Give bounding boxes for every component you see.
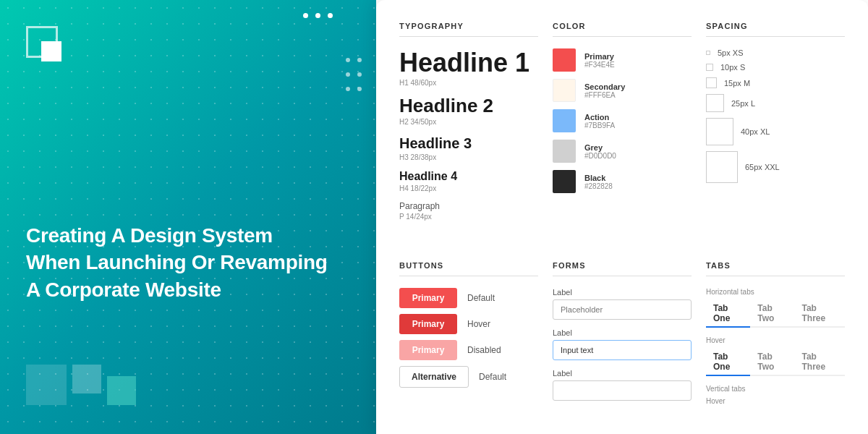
btn-label-hover: Hover — [467, 319, 490, 329]
spacing-box-xs — [706, 51, 710, 55]
spacing-label-xs: 5px XS — [718, 48, 743, 57]
tab-three-hover[interactable]: Tab Three — [794, 349, 845, 375]
hero-text: Creating A Design System When Launching … — [26, 222, 350, 304]
form-label-1: Label — [553, 288, 692, 297]
bottom-grid: BUTTONS Primary Default Primary Hover Pr… — [399, 261, 845, 409]
top-dot-2 — [315, 13, 320, 18]
type-h4-sub: H4 18/22px — [399, 184, 538, 192]
btn-alternative-default[interactable]: Alternative — [399, 366, 469, 388]
tabs-hover-label: Hover — [706, 336, 845, 344]
spacing-xl: 40px XL — [706, 118, 845, 145]
spacing-s: 10px S — [706, 63, 845, 72]
spacing-l: 25px L — [706, 94, 845, 112]
color-header: COLOR — [553, 22, 692, 37]
color-swatch-secondary — [553, 79, 576, 102]
color-primary: Primary #F34E4E — [553, 48, 692, 72]
forms-header: FORMS — [553, 261, 692, 276]
type-h4-item: Headline 4 H4 18/22px — [399, 170, 538, 192]
btn-primary-disabled[interactable]: Primary — [399, 340, 457, 360]
type-h1-item: Headline 1 H1 48/60px — [399, 48, 538, 87]
btn-row-hover: Primary Hover — [399, 314, 538, 334]
spacing-box-l — [706, 94, 724, 112]
form-label-2: Label — [553, 328, 692, 337]
tabs-horizontal-label: Horizontal tabs — [706, 288, 845, 296]
color-secondary: Secondary #FFF6EA — [553, 79, 692, 102]
tab-one-hover-active[interactable]: Tab One — [706, 349, 750, 376]
top-grid: TYPOGRAPHY Headline 1 H1 48/60px Headlin… — [399, 22, 845, 229]
btn-label-default: Default — [467, 293, 495, 303]
spacing-box-m — [706, 77, 717, 88]
spacing-label-xxl: 65px XXL — [745, 163, 780, 171]
color-section: COLOR Primary #F34E4E Secondary #FFF6EA — [553, 22, 692, 229]
type-h3-text: Headline 3 — [399, 135, 538, 152]
color-info-black: Black #282828 — [584, 174, 613, 190]
tab-vertical-area: Hover — [706, 397, 845, 405]
btn-row-alt: Alternative Default — [399, 366, 538, 388]
color-swatch-grey — [553, 140, 576, 163]
forms-section: FORMS Label Label Label — [553, 261, 692, 409]
tabs-vertical-hover: Hover — [706, 397, 726, 405]
tab-one-active[interactable]: Tab One — [706, 300, 750, 328]
type-h1-sub: H1 48/60px — [399, 79, 538, 87]
btn-row-default: Primary Default — [399, 288, 538, 308]
type-h2-sub: H2 34/50px — [399, 118, 538, 126]
type-p-sub: P 14/24px — [399, 213, 538, 221]
type-h2-item: Headline 2 H2 34/50px — [399, 95, 538, 127]
color-info-grey: Grey #D0D0D0 — [584, 143, 616, 160]
tab-two[interactable]: Tab Two — [750, 300, 794, 326]
color-swatch-black — [553, 170, 576, 193]
spacing-label-l: 25px L — [731, 99, 755, 108]
side-dots — [346, 58, 362, 91]
btn-primary-default[interactable]: Primary — [399, 288, 457, 308]
color-grey: Grey #D0D0D0 — [553, 140, 692, 163]
spacing-xxl: 65px XXL — [706, 151, 845, 183]
spacing-box-s — [706, 64, 713, 71]
logo-inner-square — [41, 41, 61, 61]
btn-primary-hover[interactable]: Primary — [399, 314, 457, 334]
spacing-label-xl: 40px XL — [741, 127, 770, 136]
top-dots — [303, 13, 333, 18]
spacing-label-s: 10px S — [720, 63, 745, 72]
form-label-3: Label — [553, 369, 692, 378]
top-dot-1 — [303, 13, 308, 18]
spacing-box-xl — [706, 118, 733, 145]
logo-outer-square — [26, 26, 58, 58]
form-item-placeholder: Label — [553, 288, 692, 320]
form-item-filled: Label — [553, 328, 692, 360]
spacing-xs: 5px XS — [706, 48, 845, 57]
typography-header: TYPOGRAPHY — [399, 22, 538, 37]
tab-row-hover: Tab One Tab Two Tab Three — [706, 349, 845, 376]
color-info-action: Action #7BB9FA — [584, 113, 615, 129]
tab-two-hover[interactable]: Tab Two — [750, 349, 794, 375]
type-p-item: Paragraph P 14/24px — [399, 201, 538, 221]
tabs-vertical-label: Vertical tabs — [706, 385, 845, 393]
color-action: Action #7BB9FA — [553, 109, 692, 132]
tabs-header: TABS — [706, 261, 845, 276]
typography-section: TYPOGRAPHY Headline 1 H1 48/60px Headlin… — [399, 22, 538, 229]
form-input-filled[interactable] — [553, 340, 692, 360]
deco-square-1 — [26, 365, 67, 405]
deco-square-3 — [107, 376, 136, 405]
logo — [26, 26, 58, 58]
hero-title: Creating A Design System When Launching … — [26, 222, 350, 304]
btn-label-alt: Default — [479, 372, 506, 382]
top-dot-3 — [328, 13, 333, 18]
btn-row-disabled: Primary Disabled — [399, 340, 538, 360]
color-info-primary: Primary #F34E4E — [584, 52, 615, 69]
type-h3-item: Headline 3 H3 28/38px — [399, 135, 538, 161]
tabs-section: TABS Horizontal tabs Tab One Tab Two Tab… — [706, 261, 845, 409]
spacing-header: SPACING — [706, 22, 845, 37]
form-input-empty[interactable] — [553, 380, 692, 401]
buttons-header: BUTTONS — [399, 261, 538, 276]
type-h3-sub: H3 28/38px — [399, 153, 538, 161]
spacing-m: 15px M — [706, 77, 845, 88]
deco-square-2 — [72, 365, 101, 393]
spacing-box-xxl — [706, 151, 738, 183]
form-item-empty: Label — [553, 369, 692, 401]
form-input-placeholder[interactable] — [553, 299, 692, 320]
type-p-text: Paragraph — [399, 201, 538, 211]
deco-squares — [26, 365, 136, 405]
tab-three[interactable]: Tab Three — [794, 300, 845, 326]
color-swatch-primary — [553, 48, 576, 72]
left-panel: Creating A Design System When Launching … — [0, 0, 376, 434]
